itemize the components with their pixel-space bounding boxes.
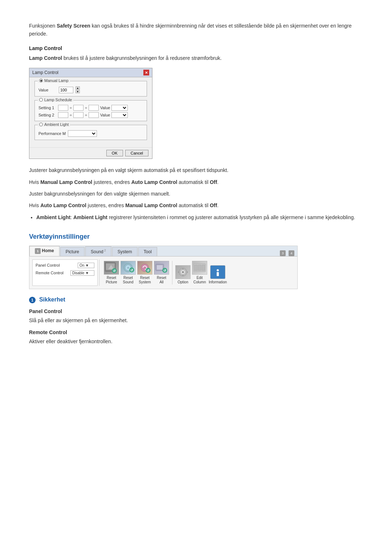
note2-bold3: Off [210,179,217,185]
performance-row: Performance M [38,130,143,137]
spinner-up[interactable]: ▲ [75,86,80,90]
s1-sec[interactable] [89,105,99,111]
s1-value-label: Value [100,106,110,110]
reset-picture-group[interactable]: ↺ ResetPicture [104,261,119,284]
ambient-text: registrerer lysintensiteten i rommet og … [107,214,355,220]
note2: Hvis Manual Lamp Control justeres, endre… [29,178,363,186]
remote-control-dropdown[interactable]: Disable ▼ [70,270,94,276]
lamp-schedule-radio[interactable] [39,98,43,102]
tab-sound[interactable]: Sound2 [85,246,111,256]
s1-colon2: ÷ [85,106,87,110]
manual-lamp-label: Manual Lamp [38,78,70,83]
lamp-control-dialog: Lamp Control ✕ Manual Lamp Value ▲ ▼ [29,68,152,159]
reset-system-icon: ↺ [137,261,152,275]
svg-point-19 [182,271,184,273]
value-input[interactable] [59,87,73,93]
value-spinner: ▲ ▼ [75,86,80,93]
intro-safety-screen: Safety Screen [57,23,90,29]
dialog-footer: OK Cancel [29,147,152,159]
ok-button[interactable]: OK [106,150,123,156]
note1: Justerer bakgrunnsbelysningen på en valg… [29,166,363,174]
ambient-light-section: Ambient Light Performance M [34,125,147,140]
tab-number-3: 3 [280,250,286,256]
ambient-light-label: Ambient Light [38,122,70,127]
svg-rect-14 [157,265,163,270]
edit-column-group[interactable]: EditColumn [192,261,207,284]
performance-select[interactable] [68,130,97,137]
svg-rect-26 [217,272,219,276]
reset-system-label: ResetSystem [139,276,151,284]
option-icon [175,265,191,279]
sikkerhet-badge: 1 [29,297,36,303]
s2-value-select[interactable] [111,112,128,118]
manual-lamp-radio[interactable] [39,79,43,82]
sikkerhet-title: Sikkerhet [39,296,65,303]
note4-bold1: Auto Lamp Control [40,202,86,208]
s2-colon1: ÷ [70,113,72,117]
s2-sec[interactable] [89,112,99,118]
s1-min[interactable] [73,105,83,111]
radio-dot-inner [40,80,42,82]
reset-sound-group[interactable]: ↺ ResetSound [121,261,136,284]
tab-system[interactable]: System [112,247,138,256]
remote-control-label: Remote Control [36,271,64,275]
intro-text-pre: Funksjonen [29,23,57,29]
reset-system-group[interactable]: ↺ ResetSystem [137,261,152,284]
s2-min[interactable] [73,112,83,118]
dialog-body: Manual Lamp Value ▲ ▼ Lamp Schedule [29,77,152,147]
reset-picture-icon: ↺ [104,261,119,275]
tab-tool[interactable]: Tool [138,247,157,256]
dialog-title: Lamp Control [32,70,58,75]
verktoy-heading: Verktøyinnstillinger [29,233,363,241]
s2-hour[interactable] [58,112,68,118]
note4-bold2: Manual Lamp Control [125,202,177,208]
information-group[interactable]: Information [209,265,227,284]
spinner-down[interactable]: ▼ [75,90,80,93]
reset-all-group[interactable]: ↺ ResetAll [154,261,169,284]
manual-lamp-value-row: Value ▲ ▼ [38,86,143,93]
tab-number-4: 4 [289,250,294,256]
cancel-button[interactable]: Cancel [125,150,148,156]
svg-text:↺: ↺ [130,268,133,272]
setting1-label: Setting 1 [38,106,57,110]
svg-text:↺: ↺ [147,269,150,272]
s1-colon1: ÷ [70,106,72,110]
panel-control-dropdown[interactable]: On ▼ [78,263,94,268]
toolbar-left-panel: Panel Control On ▼ Remote Control Disabl… [32,259,98,286]
panel-control-desc: Slå på eller av skjermen på en skjermenh… [29,316,363,324]
remote-control-heading: Remote Control [29,329,363,335]
intro-paragraph: Funksjonen Safety Screen kan også brukes… [29,22,363,38]
svg-text:↺: ↺ [163,269,166,272]
edit-column-icon [192,261,207,275]
toolbar-icons: ↺ ResetPicture ↺ ResetSound [101,259,230,286]
svg-rect-22 [198,265,201,271]
panel-control-label: Panel Control [36,263,60,267]
s1-value-select[interactable] [111,105,128,111]
panel-control-heading: Panel Control [29,308,363,314]
ambient-colon: : [70,214,73,220]
svg-point-25 [217,269,219,271]
information-icon [210,265,225,279]
toolbar-box: 1 Home Picture Sound2 System Tool 3 4 Pa… [29,246,298,289]
manual-lamp-section: Manual Lamp Value ▲ ▼ [34,81,147,97]
tab-picture[interactable]: Picture [60,247,85,256]
option-group[interactable]: Option [175,265,191,284]
divider-1 [99,259,99,286]
svg-point-7 [127,267,129,269]
lamp-control-desc-text: brukes til å justere bakgrunnsbelysninge… [62,55,222,61]
ambient-bullet-list: Ambient Light: Ambient Light registrerer… [36,213,363,222]
sikkerhet-section: 1 Sikkerhet Panel Control Slå på eller a… [29,296,363,346]
s2-colon2: ÷ [85,113,87,117]
setting2-row: Setting 2 ÷ ÷ Value [38,112,143,118]
ambient-bold1: Ambient Light [36,214,70,220]
note4: Hvis Auto Lamp Control justeres, endres … [29,201,363,209]
svg-rect-21 [195,265,197,271]
performance-label: Performance M [38,131,66,136]
setting1-row: Setting 1 ÷ ÷ Value [38,105,143,111]
s1-hour[interactable] [58,105,68,111]
ambient-light-radio[interactable] [39,123,43,126]
note4-bold3: Off [210,202,217,208]
tab-home[interactable]: 1 Home [29,246,60,256]
dialog-close-button[interactable]: ✕ [143,70,149,75]
panel-control-row: Panel Control On ▼ [36,263,94,268]
